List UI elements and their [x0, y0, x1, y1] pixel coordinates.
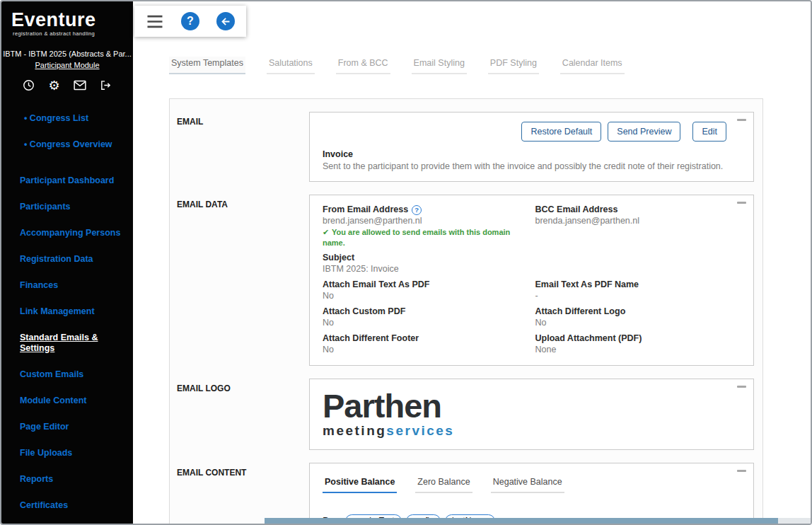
field-empty: [535, 253, 741, 275]
section-email-content-label: EMAIL CONTENT: [177, 463, 309, 525]
parthen-logo-sub-bold: meeting: [323, 423, 386, 438]
field-attach-email-text-pdf: Attach Email Text As PDF No: [323, 279, 528, 301]
field-from-email: From Email Address brend.jansen@parthen.…: [323, 204, 528, 248]
field-attach-custom-pdf: Attach Custom PDF No: [323, 306, 528, 328]
menu-icon[interactable]: [146, 14, 164, 29]
horizontal-scrollbar[interactable]: [265, 518, 811, 524]
parthen-logo: Parthen meetingservices: [323, 388, 741, 439]
section-email-data: EMAIL DATA From Email Address brend.jans…: [177, 195, 754, 366]
collapse-handle-icon[interactable]: [737, 470, 746, 472]
sidebar-item-registration-data[interactable]: Registration Data: [1, 246, 133, 272]
domain-allowed-note: You are allowed to send emails with this…: [323, 227, 528, 248]
sidebar-item-link-management[interactable]: Link Management: [1, 299, 133, 325]
balance-tabs: Positive Balance Zero Balance Negative B…: [323, 475, 741, 493]
email-data-grid: From Email Address brend.jansen@parthen.…: [323, 204, 741, 355]
logout-icon[interactable]: [99, 79, 113, 93]
tab-pdf-styling[interactable]: PDF Styling: [488, 57, 539, 74]
topbar-card: [134, 6, 246, 37]
tab-system-templates[interactable]: System Templates: [169, 57, 245, 74]
tab-zero-balance[interactable]: Zero Balance: [415, 475, 472, 493]
participant-module-link[interactable]: Participant Module: [1, 61, 133, 69]
email-data-box: From Email Address brend.jansen@parthen.…: [309, 195, 754, 366]
email-logo-box: Parthen meetingservices: [309, 379, 754, 450]
horizontal-scrollbar-thumb[interactable]: [265, 518, 778, 524]
settings-icon[interactable]: ⚙: [47, 79, 62, 93]
sidebar-item-module-content[interactable]: Module Content: [1, 388, 133, 414]
send-preview-button[interactable]: Send Preview: [608, 122, 680, 142]
sidebar-item-participants[interactable]: Participants: [1, 194, 133, 220]
field-email-text-pdf-name: Email Text As PDF Name -: [535, 279, 741, 301]
logo-tagline: registration & abstract handling: [11, 30, 123, 37]
edit-button[interactable]: Edit: [692, 122, 726, 142]
section-email-content: EMAIL CONTENT Positive Balance Zero Bala…: [177, 463, 754, 525]
sidebar-item-congress-list[interactable]: Congress List: [1, 105, 133, 132]
template-description: Sent to the participant to provide them …: [323, 161, 741, 171]
field-bcc-email: BCC Email Address brenda.jansen@parthen.…: [535, 204, 741, 248]
sidebar-item-page-editor[interactable]: Page Editor: [1, 414, 133, 440]
back-icon[interactable]: [216, 12, 235, 30]
logo: Eventure registration & abstract handlin…: [1, 1, 133, 42]
collapse-handle-icon[interactable]: [737, 119, 746, 121]
email-content-box: Positive Balance Zero Balance Negative B…: [309, 463, 754, 525]
field-help-icon[interactable]: [412, 205, 422, 215]
parthen-logo-sub-accent: services: [386, 423, 454, 438]
section-email-data-label: EMAIL DATA: [177, 195, 309, 366]
sidebar-menu: Congress List Congress Overview Particip…: [1, 105, 133, 519]
sidebar-item-certificates[interactable]: Certificates: [1, 492, 133, 519]
tab-salutations[interactable]: Salutations: [267, 57, 315, 74]
field-subject: Subject IBTM 2025: Invoice: [323, 253, 528, 275]
settings-panel: EMAIL Restore Default Send Preview Edit …: [169, 98, 763, 525]
app-window: Eventure registration & abstract handlin…: [0, 0, 812, 525]
mail-icon[interactable]: [73, 79, 87, 93]
tab-positive-balance[interactable]: Positive Balance: [323, 475, 397, 493]
template-tabs: System Templates Salutations From & BCC …: [169, 57, 811, 74]
sidebar-item-custom-emails[interactable]: Custom Emails: [1, 362, 133, 388]
email-box: Restore Default Send Preview Edit Invoic…: [309, 112, 754, 182]
parthen-logo-text: Parthen: [323, 388, 741, 423]
section-email-logo-label: EMAIL LOGO: [177, 379, 309, 450]
tab-calendar-items[interactable]: Calendar Items: [560, 57, 625, 74]
field-attach-different-logo: Attach Different Logo No: [535, 306, 741, 328]
logo-text: Eventure: [11, 10, 123, 31]
sidebar-item-participant-dashboard[interactable]: Participant Dashboard: [1, 168, 133, 194]
section-email-logo: EMAIL LOGO Parthen meetingservices: [177, 379, 754, 450]
sidebar-item-congress-overview[interactable]: Congress Overview: [1, 132, 133, 158]
collapse-handle-icon[interactable]: [737, 202, 746, 204]
email-actions: Restore Default Send Preview Edit: [323, 122, 741, 142]
field-attach-different-footer: Attach Different Footer No: [323, 333, 528, 355]
tab-negative-balance[interactable]: Negative Balance: [491, 475, 564, 493]
sidebar-item-standard-emails-settings[interactable]: Standard Emails & Settings: [1, 325, 133, 362]
topbar: [133, 1, 811, 42]
section-email-label: EMAIL: [177, 112, 309, 182]
section-email: EMAIL Restore Default Send Preview Edit …: [177, 112, 754, 182]
collapse-handle-icon[interactable]: [737, 386, 746, 388]
sidebar-item-file-uploads[interactable]: File Uploads: [1, 440, 133, 466]
help-icon[interactable]: [181, 12, 199, 30]
field-upload-attachment: Upload Attachment (PDF) None: [535, 333, 741, 355]
sidebar: Eventure registration & abstract handlin…: [1, 1, 133, 524]
congress-title: IBTM - IBTM 2025 (Abstracts & Par...: [1, 50, 133, 58]
main-area: System Templates Salutations From & BCC …: [133, 1, 811, 524]
sidebar-item-reports[interactable]: Reports: [1, 466, 133, 492]
tab-from-bcc[interactable]: From & BCC: [336, 57, 390, 74]
restore-default-button[interactable]: Restore Default: [521, 122, 601, 142]
template-name: Invoice: [323, 149, 741, 159]
tab-email-styling[interactable]: Email Styling: [412, 57, 467, 74]
clock-icon[interactable]: [21, 79, 35, 93]
sidebar-item-accompanying-persons[interactable]: Accompanying Persons: [1, 220, 133, 246]
sidebar-item-finances[interactable]: Finances: [1, 272, 133, 299]
sidebar-icon-bar: ⚙: [1, 69, 133, 100]
